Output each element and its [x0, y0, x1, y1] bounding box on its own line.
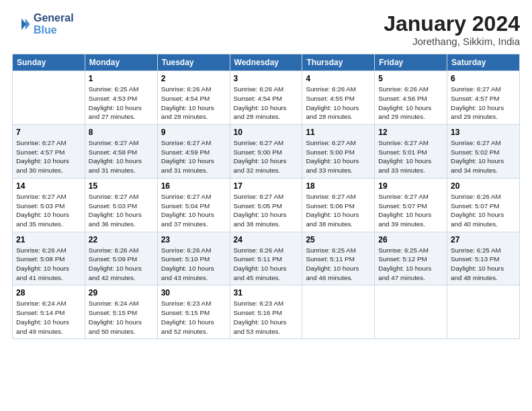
- day-info: Sunrise: 6:24 AM Sunset: 5:15 PM Dayligh…: [89, 299, 154, 336]
- day-info: Sunrise: 6:27 AM Sunset: 4:57 PM Dayligh…: [16, 138, 81, 175]
- month-title: January 2024: [384, 12, 520, 36]
- col-tuesday: Tuesday: [157, 54, 230, 71]
- day-number: 22: [89, 235, 154, 244]
- day-info: Sunrise: 6:26 AM Sunset: 4:54 PM Dayligh…: [161, 85, 226, 122]
- calendar-cell: 5Sunrise: 6:26 AM Sunset: 4:56 PM Daylig…: [375, 71, 447, 125]
- day-info: Sunrise: 6:27 AM Sunset: 5:04 PM Dayligh…: [161, 192, 226, 229]
- day-info: Sunrise: 6:27 AM Sunset: 4:57 PM Dayligh…: [451, 85, 516, 122]
- day-info: Sunrise: 6:25 AM Sunset: 5:11 PM Dayligh…: [306, 246, 371, 283]
- day-info: Sunrise: 6:27 AM Sunset: 5:01 PM Dayligh…: [378, 138, 443, 175]
- day-number: 26: [378, 235, 443, 244]
- calendar-cell: 7Sunrise: 6:27 AM Sunset: 4:57 PM Daylig…: [13, 125, 85, 179]
- calendar-cell: 3Sunrise: 6:26 AM Sunset: 4:54 PM Daylig…: [230, 71, 302, 125]
- calendar-cell: 14Sunrise: 6:27 AM Sunset: 5:03 PM Dayli…: [13, 178, 85, 232]
- day-number: 8: [89, 128, 154, 137]
- day-number: 18: [306, 181, 371, 191]
- calendar-cell: 18Sunrise: 6:27 AM Sunset: 5:06 PM Dayli…: [302, 178, 375, 232]
- logo-text-blue: Blue: [34, 24, 74, 36]
- calendar-cell: 11Sunrise: 6:27 AM Sunset: 5:00 PM Dayli…: [302, 125, 375, 179]
- day-number: 10: [234, 128, 299, 137]
- calendar-cell: 9Sunrise: 6:27 AM Sunset: 4:59 PM Daylig…: [157, 125, 230, 179]
- day-number: 15: [89, 181, 154, 191]
- day-info: Sunrise: 6:27 AM Sunset: 5:05 PM Dayligh…: [234, 192, 299, 229]
- day-number: 9: [161, 128, 226, 137]
- calendar-cell: [447, 285, 520, 339]
- day-number: 27: [451, 235, 516, 244]
- day-number: 12: [378, 128, 443, 137]
- col-friday: Friday: [375, 54, 447, 71]
- day-number: 7: [16, 128, 81, 137]
- day-info: Sunrise: 6:23 AM Sunset: 5:15 PM Dayligh…: [161, 299, 226, 336]
- day-info: Sunrise: 6:27 AM Sunset: 5:03 PM Dayligh…: [16, 192, 81, 229]
- day-number: 23: [161, 235, 226, 244]
- day-number: 3: [234, 74, 299, 83]
- day-info: Sunrise: 6:27 AM Sunset: 5:02 PM Dayligh…: [451, 138, 516, 175]
- week-row-1: 7Sunrise: 6:27 AM Sunset: 4:57 PM Daylig…: [13, 125, 520, 179]
- calendar-cell: 6Sunrise: 6:27 AM Sunset: 4:57 PM Daylig…: [447, 71, 520, 125]
- week-row-2: 14Sunrise: 6:27 AM Sunset: 5:03 PM Dayli…: [13, 178, 520, 232]
- calendar-cell: 30Sunrise: 6:23 AM Sunset: 5:15 PM Dayli…: [157, 285, 230, 339]
- calendar-cell: 29Sunrise: 6:24 AM Sunset: 5:15 PM Dayli…: [85, 285, 157, 339]
- day-number: 20: [451, 181, 516, 191]
- day-number: 17: [234, 181, 299, 191]
- calendar-cell: 27Sunrise: 6:25 AM Sunset: 5:13 PM Dayli…: [447, 232, 520, 285]
- day-number: 2: [161, 74, 226, 83]
- calendar-cell: 15Sunrise: 6:27 AM Sunset: 5:03 PM Dayli…: [85, 178, 157, 232]
- day-info: Sunrise: 6:26 AM Sunset: 5:11 PM Dayligh…: [234, 246, 299, 283]
- day-info: Sunrise: 6:26 AM Sunset: 5:08 PM Dayligh…: [16, 246, 81, 283]
- day-number: 11: [306, 128, 371, 137]
- day-number: 30: [161, 288, 226, 298]
- day-info: Sunrise: 6:27 AM Sunset: 4:58 PM Dayligh…: [89, 138, 154, 175]
- day-info: Sunrise: 6:25 AM Sunset: 4:53 PM Dayligh…: [89, 85, 154, 122]
- day-info: Sunrise: 6:24 AM Sunset: 5:14 PM Dayligh…: [16, 299, 81, 336]
- calendar-cell: 2Sunrise: 6:26 AM Sunset: 4:54 PM Daylig…: [157, 71, 230, 125]
- day-number: 14: [16, 181, 81, 191]
- col-sunday: Sunday: [13, 54, 85, 71]
- col-thursday: Thursday: [302, 54, 375, 71]
- calendar-cell: [375, 285, 447, 339]
- day-info: Sunrise: 6:25 AM Sunset: 5:12 PM Dayligh…: [378, 246, 443, 283]
- calendar-cell: 22Sunrise: 6:26 AM Sunset: 5:09 PM Dayli…: [85, 232, 157, 285]
- page: General Blue January 2024 Jorethang, Sik…: [0, 0, 532, 411]
- calendar-cell: 16Sunrise: 6:27 AM Sunset: 5:04 PM Dayli…: [157, 178, 230, 232]
- week-row-3: 21Sunrise: 6:26 AM Sunset: 5:08 PM Dayli…: [13, 232, 520, 285]
- day-info: Sunrise: 6:26 AM Sunset: 5:09 PM Dayligh…: [89, 246, 154, 283]
- day-number: 25: [306, 235, 371, 244]
- logo: General Blue: [12, 12, 74, 36]
- day-number: 24: [234, 235, 299, 244]
- day-number: 28: [16, 288, 81, 298]
- day-info: Sunrise: 6:27 AM Sunset: 5:00 PM Dayligh…: [234, 138, 299, 175]
- day-info: Sunrise: 6:27 AM Sunset: 5:03 PM Dayligh…: [89, 192, 154, 229]
- day-info: Sunrise: 6:27 AM Sunset: 5:00 PM Dayligh…: [306, 138, 371, 175]
- day-info: Sunrise: 6:27 AM Sunset: 5:07 PM Dayligh…: [378, 192, 443, 229]
- location: Jorethang, Sikkim, India: [384, 36, 520, 47]
- calendar-cell: 12Sunrise: 6:27 AM Sunset: 5:01 PM Dayli…: [375, 125, 447, 179]
- col-saturday: Saturday: [447, 54, 520, 71]
- day-info: Sunrise: 6:26 AM Sunset: 5:10 PM Dayligh…: [161, 246, 226, 283]
- day-number: 13: [451, 128, 516, 137]
- day-info: Sunrise: 6:25 AM Sunset: 5:13 PM Dayligh…: [451, 246, 516, 283]
- day-info: Sunrise: 6:26 AM Sunset: 4:56 PM Dayligh…: [378, 85, 443, 122]
- calendar-cell: 31Sunrise: 6:23 AM Sunset: 5:16 PM Dayli…: [230, 285, 302, 339]
- week-row-0: 1Sunrise: 6:25 AM Sunset: 4:53 PM Daylig…: [13, 71, 520, 125]
- header: General Blue January 2024 Jorethang, Sik…: [12, 12, 520, 47]
- day-number: 31: [234, 288, 299, 298]
- day-number: 4: [306, 74, 371, 83]
- day-number: 19: [378, 181, 443, 191]
- title-block: January 2024 Jorethang, Sikkim, India: [384, 12, 520, 47]
- day-number: 1: [89, 74, 154, 83]
- calendar-cell: 28Sunrise: 6:24 AM Sunset: 5:14 PM Dayli…: [13, 285, 85, 339]
- col-monday: Monday: [85, 54, 157, 71]
- calendar-cell: [13, 71, 85, 125]
- logo-icon: [12, 15, 31, 34]
- calendar-cell: 13Sunrise: 6:27 AM Sunset: 5:02 PM Dayli…: [447, 125, 520, 179]
- calendar-cell: 24Sunrise: 6:26 AM Sunset: 5:11 PM Dayli…: [230, 232, 302, 285]
- calendar-cell: 1Sunrise: 6:25 AM Sunset: 4:53 PM Daylig…: [85, 71, 157, 125]
- day-number: 6: [451, 74, 516, 83]
- calendar-cell: 23Sunrise: 6:26 AM Sunset: 5:10 PM Dayli…: [157, 232, 230, 285]
- day-info: Sunrise: 6:27 AM Sunset: 5:06 PM Dayligh…: [306, 192, 371, 229]
- calendar-cell: 17Sunrise: 6:27 AM Sunset: 5:05 PM Dayli…: [230, 178, 302, 232]
- calendar-cell: 20Sunrise: 6:26 AM Sunset: 5:07 PM Dayli…: [447, 178, 520, 232]
- day-info: Sunrise: 6:27 AM Sunset: 4:59 PM Dayligh…: [161, 138, 226, 175]
- calendar-cell: 8Sunrise: 6:27 AM Sunset: 4:58 PM Daylig…: [85, 125, 157, 179]
